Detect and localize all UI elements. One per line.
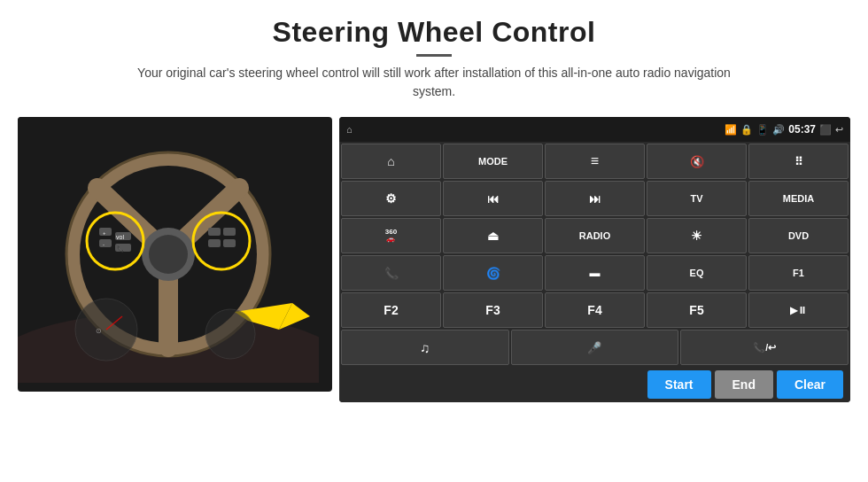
btn-mic[interactable]: 🎤: [511, 330, 679, 365]
title-divider: [416, 54, 452, 57]
status-left: ⌂: [346, 124, 353, 135]
btn-phone[interactable]: 📞: [341, 255, 441, 291]
svg-text:+: +: [103, 230, 106, 236]
svg-point-6: [149, 235, 188, 274]
btn-f4[interactable]: F4: [545, 292, 645, 328]
back-icon: ↩: [835, 124, 843, 136]
btn-media[interactable]: MEDIA: [748, 181, 849, 216]
bt-icon: 🔊: [772, 124, 785, 136]
btn-vol-mute[interactable]: 🔇: [647, 144, 747, 179]
btn-f1[interactable]: F1: [748, 255, 849, 291]
btn-next[interactable]: ⏭: [545, 181, 645, 216]
wifi-icon: 📶: [725, 124, 737, 136]
btn-tv[interactable]: TV: [647, 181, 747, 216]
svg-point-24: [205, 309, 255, 359]
page-title: Steering Wheel Control: [35, 16, 833, 49]
svg-text:⊙: ⊙: [96, 327, 102, 335]
lock-icon: 🔒: [740, 124, 753, 136]
svg-rect-17: [208, 228, 221, 236]
start-button[interactable]: Start: [647, 370, 711, 399]
btn-apps[interactable]: ⠿: [748, 144, 849, 179]
page-subtitle: Your original car's steering wheel contr…: [133, 64, 735, 101]
btn-browser[interactable]: 🌀: [443, 255, 543, 291]
btn-f2[interactable]: F2: [341, 292, 441, 328]
btn-dvd[interactable]: DVD: [748, 218, 849, 253]
btn-music[interactable]: ♫: [341, 330, 509, 365]
bottom-action-bar: Start End Clear: [339, 367, 850, 402]
btn-eq[interactable]: EQ: [647, 255, 747, 291]
sim-icon: 📱: [756, 124, 769, 136]
svg-rect-20: [223, 239, 236, 247]
btn-radio[interactable]: RADIO: [545, 218, 645, 253]
clear-button[interactable]: Clear: [777, 370, 843, 399]
btn-f5[interactable]: F5: [647, 292, 747, 328]
svg-text:vol: vol: [116, 234, 124, 240]
btn-playpause[interactable]: ▶⏸: [748, 292, 849, 328]
cast-icon: ⬛: [819, 124, 832, 136]
status-icons: 📶 🔒 📱 🔊 05:37 ⬛ ↩: [725, 123, 843, 136]
svg-text:📞: 📞: [117, 245, 125, 253]
steering-wheel-image: + - vol 📞 ⊙: [18, 117, 332, 392]
status-bar: ⌂ 📶 🔒 📱 🔊 05:37 ⬛ ↩: [339, 117, 850, 142]
header-section: Steering Wheel Control Your original car…: [0, 0, 868, 108]
page-container: Steering Wheel Control Your original car…: [0, 0, 868, 482]
btn-prev[interactable]: ⏮: [443, 181, 543, 216]
btn-360[interactable]: 360🚗: [341, 218, 441, 253]
button-grid-row1: MODE ≡ 🔇 ⠿ ⚙ ⏮ ⏭ TV MEDIA 360🚗 ⏏ RADIO ☀…: [339, 142, 850, 330]
content-area: + - vol 📞 ⊙: [0, 108, 868, 482]
svg-rect-19: [223, 228, 236, 236]
btn-list[interactable]: ≡: [545, 144, 645, 179]
btn-mode[interactable]: MODE: [443, 144, 543, 179]
radio-panel: ⌂ 📶 🔒 📱 🔊 05:37 ⬛ ↩ MODE ≡ 🔇: [339, 117, 850, 402]
svg-rect-18: [208, 239, 221, 247]
end-button[interactable]: End: [715, 370, 773, 399]
btn-call-end[interactable]: 📞/↩: [680, 330, 849, 365]
btn-eject[interactable]: ⏏: [443, 218, 543, 253]
home-status-icon: ⌂: [346, 124, 353, 135]
svg-text:-: -: [103, 242, 105, 247]
btn-f3[interactable]: F3: [443, 292, 543, 328]
btn-brightness[interactable]: ☀: [647, 218, 747, 253]
btn-screen[interactable]: ▬: [545, 255, 645, 291]
btn-settings[interactable]: ⚙: [341, 181, 441, 216]
btn-home[interactable]: [341, 144, 441, 179]
status-time: 05:37: [788, 123, 816, 136]
svg-rect-10: [99, 239, 112, 247]
bottom-button-row: ♫ 🎤 📞/↩: [339, 330, 850, 367]
